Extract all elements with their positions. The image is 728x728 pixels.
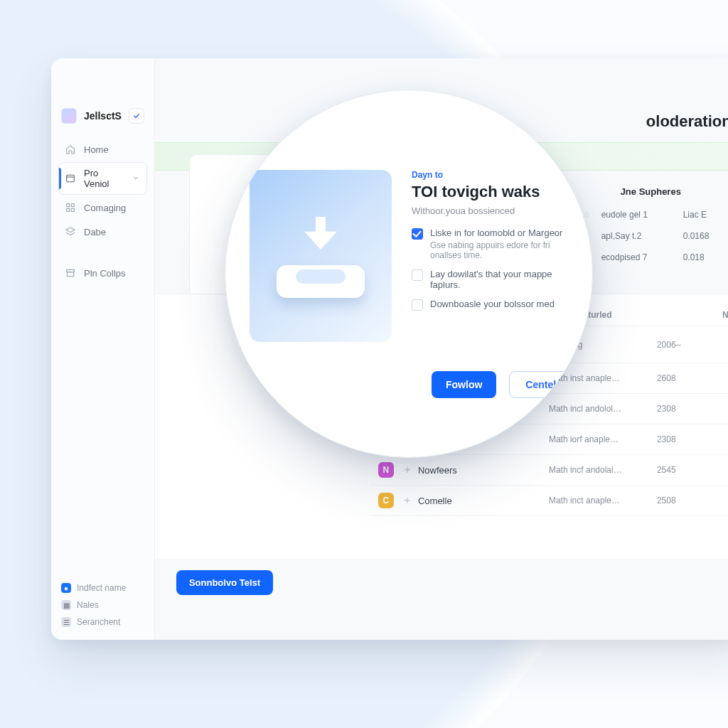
- dialog-subtitle: Withoor.youa bossienced: [412, 205, 568, 216]
- sidebar-item-home[interactable]: Home: [58, 138, 147, 161]
- sidebar-item-label: Dabe: [84, 227, 106, 237]
- column-header: Newor: [722, 310, 728, 320]
- row-number: 2308: [657, 434, 676, 444]
- magnifier-dialog-lens: Dayn to TOI tovigch waks Withoor.youa bo…: [225, 90, 593, 458]
- workspace-logo: [61, 108, 77, 124]
- row-desc: Math incl andolol…: [549, 404, 657, 414]
- svg-rect-8: [71, 208, 74, 211]
- archive-icon: [64, 267, 77, 279]
- row-desc: Math incf andolal…: [549, 465, 657, 475]
- sidebar-item-label: Home: [84, 144, 109, 155]
- download-dialog: Dayn to TOI tovigch waks Withoor.youa bo…: [250, 170, 568, 342]
- sidebar-item-label: Pln Collps: [84, 268, 126, 279]
- box-icon: [65, 172, 77, 185]
- sidebar-item-plncolips[interactable]: Pln Collps: [58, 262, 147, 284]
- sidebar-item-dabe[interactable]: Dabe: [58, 220, 147, 243]
- dialog-option[interactable]: Liske in for loomobld or MargeorGse nabi…: [412, 228, 568, 260]
- workspace-switcher[interactable]: JellsctS: [51, 108, 154, 134]
- row-desc: Math iorf anaple…: [549, 434, 657, 444]
- dialog-title: TOI tovigch waks: [412, 183, 568, 201]
- expand-icon[interactable]: +: [401, 464, 414, 476]
- tray-slot-icon: [296, 269, 346, 284]
- dialog-option[interactable]: Downboasle your bolssor med: [412, 299, 568, 310]
- sidebar-footer-item[interactable]: ▦Nales: [61, 600, 144, 610]
- home-icon: [64, 143, 77, 156]
- svg-rect-3: [67, 175, 75, 181]
- svg-rect-7: [67, 208, 70, 211]
- sidebar-footer-item[interactable]: ☰Seranchent: [61, 617, 144, 627]
- app-icon: N: [378, 462, 394, 478]
- svg-rect-6: [71, 204, 74, 207]
- primary-action-button[interactable]: Sonnbolvo Telst: [176, 570, 273, 595]
- row-name: Nowfeers: [418, 465, 549, 476]
- list-icon: ☰: [61, 617, 71, 627]
- row-name: eudole gel 1: [601, 210, 683, 220]
- svg-rect-5: [67, 204, 70, 207]
- sidebar-item-proveniol[interactable]: Pro Veniol: [58, 162, 147, 195]
- row-desc: Math inst anaple…: [549, 373, 657, 383]
- workspace-name: JellsctS: [84, 110, 122, 122]
- download-hero-icon: [250, 170, 392, 342]
- sidebar-item-label: Comaging: [84, 203, 126, 213]
- dialog-eyebrow: Dayn to: [412, 170, 568, 180]
- indicator-dot: ●: [61, 583, 71, 593]
- column-header: Jne Supheres: [621, 186, 728, 197]
- footer-label: Indfect name: [77, 583, 126, 593]
- dialog-confirm-button[interactable]: Fowlow: [432, 371, 496, 398]
- row-desc: Math inct anaple…: [549, 496, 657, 505]
- square-icon: ▦: [61, 600, 71, 610]
- sidebar-item-label: Pro Veniol: [84, 168, 124, 189]
- checkbox[interactable]: [412, 228, 423, 240]
- option-label: Downboasle your bolssor med: [430, 299, 555, 309]
- row-name: apl,Say t.2: [601, 231, 683, 241]
- option-label: Lay dowilat's that your mappe faplurs.: [430, 269, 568, 290]
- expand-icon[interactable]: +: [401, 494, 414, 507]
- footer-label: Nales: [77, 600, 99, 610]
- app-row[interactable]: C+ComelleMath inct anaple…2508: [370, 486, 728, 516]
- app-row[interactable]: N+NowfeersMath incf andolal…2545: [370, 455, 728, 486]
- row-value: 0.0168: [683, 231, 728, 241]
- svg-rect-11: [67, 272, 73, 277]
- layers-icon: [64, 225, 77, 238]
- row-number: 2308: [657, 404, 676, 414]
- chevron-down-icon: [131, 173, 141, 185]
- arrow-down-icon: [304, 217, 337, 250]
- row-number: 2545: [657, 465, 676, 475]
- sidebar-footer-item[interactable]: ●Indfect name: [61, 583, 144, 593]
- option-desc: Gse nabing appuirs edore for fri onallse…: [430, 240, 568, 260]
- row-value: Liac E: [683, 210, 728, 220]
- row-number: 2608: [657, 373, 676, 383]
- app-icon: C: [378, 493, 394, 508]
- sidebar-item-comaging[interactable]: Comaging: [58, 196, 147, 219]
- dialog-option[interactable]: Lay dowilat's that your mappe faplurs.: [412, 269, 568, 290]
- sidebar-nav: Home Pro Veniol Comaging Dabe Pln Collps: [51, 134, 154, 289]
- dialog-body: Dayn to TOI tovigch waks Withoor.youa bo…: [412, 170, 568, 342]
- sidebar-footer: ●Indfect name ▦Nales ☰Seranchent: [51, 583, 154, 640]
- footer-label: Seranchent: [77, 617, 120, 627]
- workspace-check-icon: [129, 108, 144, 124]
- row-name: Comelle: [418, 496, 549, 506]
- row-number: 2006–: [657, 340, 680, 350]
- svg-marker-9: [66, 228, 75, 232]
- row-number: 2508: [657, 496, 676, 505]
- option-label: Liske in for loomobld or Margeor: [430, 228, 568, 238]
- row-name: ecodpised 7: [601, 252, 683, 262]
- checkbox[interactable]: [412, 299, 423, 311]
- grid-icon: [64, 201, 77, 214]
- row-value: 0.018: [683, 252, 728, 262]
- checkbox[interactable]: [412, 269, 423, 281]
- sidebar: JellsctS Home Pro Veniol Comaging Dabe: [51, 58, 155, 640]
